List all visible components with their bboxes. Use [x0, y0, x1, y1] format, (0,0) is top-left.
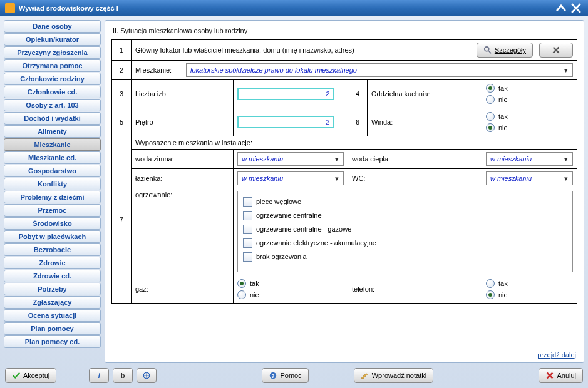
sidebar-item[interactable]: Potrzeby [4, 283, 101, 295]
section-title: II. Sytuacja mieszkaniowa osoby lub rodz… [113, 27, 577, 34]
clear-button[interactable] [539, 43, 573, 58]
cancel-button[interactable]: Anuluj [539, 368, 583, 383]
globe-button[interactable] [137, 368, 157, 383]
bold-icon: b [121, 372, 125, 379]
gas-yes[interactable]: tak [237, 278, 344, 289]
checkbox-icon [243, 252, 252, 262]
wc-select[interactable]: w mieszkaniu ▾ [486, 171, 573, 185]
radio-icon [237, 290, 246, 299]
sidebar-item[interactable]: Opiekun/kurator [4, 33, 101, 46]
sidebar-item[interactable]: Alimenty [4, 125, 101, 138]
radio-icon [486, 279, 495, 288]
svg-point-0 [485, 47, 489, 51]
heating-label: ogrzewanie: [132, 188, 234, 275]
bathroom-select[interactable]: w mieszkaniu ▾ [237, 171, 344, 185]
sidebar-item[interactable]: Pobyt w placówkach [4, 230, 101, 243]
window-up-icon[interactable] [554, 3, 568, 14]
accept-button[interactable]: Akceptuj [5, 368, 56, 383]
heating-option[interactable]: brak ogrzewania [243, 250, 567, 263]
kitchen-label: Oddzielna kuchnia: [368, 80, 482, 108]
rooms-label: Liczba izb [132, 80, 234, 108]
notes-button[interactable]: Wprowadź notatki [354, 368, 433, 383]
sidebar-item[interactable]: Otrzymana pomoc [4, 59, 101, 72]
sidebar-item[interactable]: Bezrobocie [4, 243, 101, 256]
sidebar-item[interactable]: Zgłaszający [4, 296, 101, 309]
heating-panel: piece węgloweogrzewanie centralneogrzewa… [237, 191, 573, 272]
details-button[interactable]: Szczegóły [477, 43, 533, 58]
heating-option[interactable]: ogrzewanie centralne - gazowe [243, 223, 567, 235]
accept-label: kceptuj [28, 372, 49, 379]
phone-label: telefon: [348, 275, 482, 304]
sidebar-item[interactable]: Zdrowie [4, 257, 101, 269]
kitchen-yes[interactable]: tak [486, 83, 573, 94]
heating-option[interactable]: ogrzewanie elektryczne - akumulacyjne [243, 237, 567, 249]
sidebar-item[interactable]: Przemoc [4, 204, 101, 217]
heating-option[interactable]: ogrzewanie centralne [243, 209, 567, 222]
sidebar-item[interactable]: Dane osoby [4, 20, 101, 33]
radio-icon [486, 95, 495, 104]
coldwater-select[interactable]: w mieszkaniu ▾ [237, 152, 344, 166]
floor-label: Piętro [132, 108, 234, 136]
row3-num: 3 [112, 80, 132, 108]
row1-num: 1 [112, 40, 132, 61]
chevron-down-icon: ▾ [332, 155, 342, 163]
sidebar-item[interactable]: Członkowie cd. [4, 86, 101, 98]
sidebar-item[interactable]: Dochód i wydatki [4, 112, 101, 125]
sidebar-item[interactable]: Mieszkanie [4, 138, 101, 151]
row2-num: 2 [112, 61, 132, 80]
hotwater-label: woda ciepła: [348, 150, 482, 169]
sidebar: Dane osobyOpiekun/kuratorPrzyczyny zgłos… [4, 20, 101, 363]
svg-text:?: ? [272, 373, 275, 379]
sidebar-item[interactable]: Plan pomocy cd. [4, 335, 101, 348]
sidebar-item[interactable]: Konflikty [4, 178, 101, 190]
magnifier-icon [483, 46, 492, 54]
help-icon: ? [269, 371, 277, 380]
globe-icon [142, 371, 151, 380]
close-icon[interactable] [569, 3, 583, 14]
check-icon [12, 371, 21, 380]
sidebar-item[interactable]: Mieszkanie cd. [4, 151, 101, 164]
main-panel: II. Sytuacja mieszkaniowa osoby lub rodz… [105, 20, 584, 363]
apartment-type-select[interactable]: lokatorskie spółdzielcze prawo do lokalu… [186, 63, 573, 77]
cancel-icon [545, 371, 554, 380]
sidebar-item[interactable]: Plan pomocy [4, 322, 101, 335]
elevator-no[interactable]: nie [486, 122, 573, 133]
titlebar: Wywiad środowiskowy część I [0, 0, 588, 16]
sidebar-item[interactable]: Zdrowie cd. [4, 270, 101, 282]
bathroom-label: łazienka: [132, 169, 234, 188]
info-button[interactable]: i [89, 368, 109, 383]
floor-input[interactable] [237, 116, 334, 128]
hotwater-select[interactable]: w mieszkaniu ▾ [486, 152, 573, 166]
sidebar-item[interactable]: Ocena sytuacji [4, 309, 101, 322]
sidebar-item[interactable]: Osoby z art. 103 [4, 99, 101, 111]
sidebar-item[interactable]: Przyczyny zgłoszenia [4, 46, 101, 59]
sidebar-item[interactable]: Członkowie rodziny [4, 73, 101, 85]
radio-icon [486, 123, 495, 132]
svg-line-1 [489, 51, 492, 54]
checkbox-icon [243, 197, 252, 207]
help-button[interactable]: ? Pomoc [262, 368, 308, 383]
phone-no[interactable]: nie [486, 289, 573, 300]
sidebar-item[interactable]: Środowisko [4, 217, 101, 230]
next-link[interactable]: przejdź dalej [537, 351, 576, 359]
phone-yes[interactable]: tak [486, 278, 573, 289]
chevron-down-icon: ▾ [561, 155, 571, 163]
row1-desc: Główny lokator lub właściciel mieszkania… [135, 46, 470, 54]
elevator-yes[interactable]: tak [486, 111, 573, 122]
sidebar-item[interactable]: Gospodarstwo [4, 165, 101, 177]
radio-icon [486, 112, 495, 121]
bold-button[interactable]: b [113, 368, 133, 383]
gas-no[interactable]: nie [237, 289, 344, 300]
rooms-input[interactable] [237, 88, 334, 100]
wc-label: WC: [348, 169, 482, 188]
sidebar-item[interactable]: Problemy z dziećmi [4, 191, 101, 203]
pencil-icon [361, 371, 369, 380]
chevron-down-icon: ▾ [561, 175, 571, 183]
gas-label: gaz: [132, 275, 234, 304]
row2-label: Mieszkanie: [135, 66, 182, 74]
app-window: Wywiad środowiskowy część I Dane osobyOp… [0, 0, 588, 388]
kitchen-no[interactable]: nie [486, 94, 573, 105]
chevron-down-icon: ▾ [561, 66, 571, 74]
row6-num: 6 [348, 108, 368, 136]
heating-option[interactable]: piece węglowe [243, 195, 567, 208]
